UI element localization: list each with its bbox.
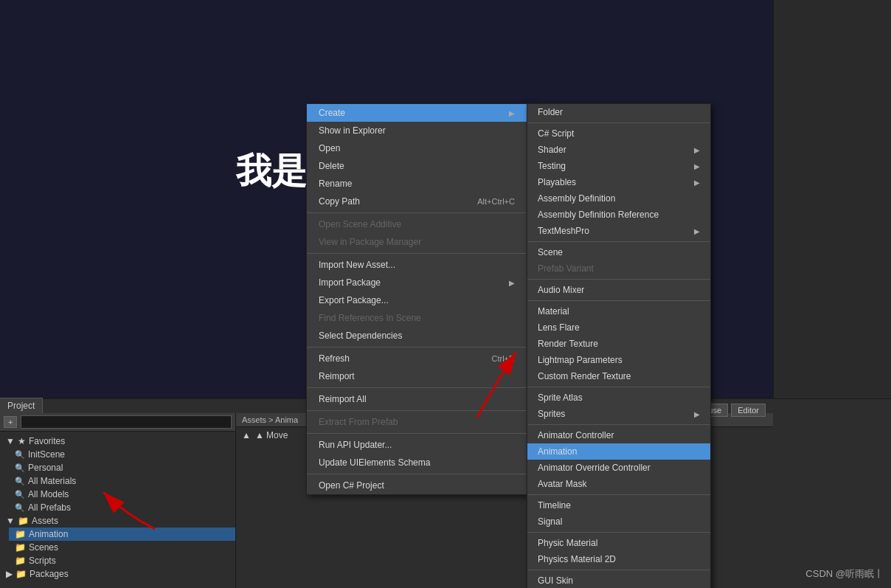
submenu-item-render-texture[interactable]: Render Texture <box>527 336 710 352</box>
submenu-item-assembly-definition[interactable]: Assembly Definition <box>527 190 710 207</box>
sidebar-item-label: Scripts <box>29 556 56 566</box>
submenu-item-custom-render-texture[interactable]: Custom Render Texture <box>527 368 710 384</box>
project-tab[interactable]: Project <box>0 398 43 413</box>
search-icon: 🔍 <box>15 463 25 473</box>
sub-separator-5 <box>527 387 710 387</box>
submenu-item-sprites[interactable]: Sprites ▶ <box>527 406 710 422</box>
search-input[interactable] <box>21 415 232 429</box>
folder-icon: 📁 <box>15 556 26 566</box>
folder-icon: 📁 <box>18 516 29 526</box>
menu-item-extract-from-prefab: Extract From Prefab <box>307 413 527 431</box>
search-icon: 🔍 <box>15 450 25 460</box>
sidebar-item-scripts[interactable]: 📁 Scripts <box>9 554 235 567</box>
submenu-item-audio-mixer[interactable]: Audio Mixer <box>527 282 710 298</box>
submenu-item-textmeshpro[interactable]: TextMeshPro ▶ <box>527 223 710 239</box>
menu-item-create[interactable]: Create ▶ <box>307 104 527 122</box>
separator-2 <box>307 253 527 254</box>
submenu-arrow-icon: ▶ <box>694 162 700 170</box>
favorites-section: 🔍 InitScene 🔍 Personal 🔍 All Materials 🔍… <box>0 448 235 514</box>
menu-item-label: Avatar Mask <box>538 479 586 489</box>
submenu-item-animator-controller[interactable]: Animator Controller <box>527 427 710 443</box>
context-menu: Create ▶ Show in Explorer Open Delete Re… <box>306 103 527 495</box>
submenu-item-shader[interactable]: Shader ▶ <box>527 142 710 158</box>
menu-item-label: Render Texture <box>538 339 598 349</box>
packages-arrow: ▶ <box>6 569 13 579</box>
menu-item-update-uielements[interactable]: Update UIElements Schema <box>307 454 527 471</box>
submenu-item-timeline[interactable]: Timeline <box>527 497 710 513</box>
menu-item-select-dependencies[interactable]: Select Dependencies <box>307 327 527 345</box>
submenu-item-assembly-definition-ref[interactable]: Assembly Definition Reference <box>527 207 710 223</box>
submenu-item-avatar-mask[interactable]: Avatar Mask <box>527 476 710 492</box>
submenu-item-signal[interactable]: Signal <box>527 513 710 530</box>
create-submenu: Folder C# Script Shader ▶ Testing ▶ Play… <box>527 103 711 588</box>
menu-item-show-in-explorer[interactable]: Show in Explorer <box>307 122 527 139</box>
sidebar-item-label: All Prefabs <box>28 502 71 513</box>
sidebar-item-animation[interactable]: 📁 Animation <box>9 528 235 541</box>
menu-item-open[interactable]: Open <box>307 139 527 157</box>
menu-item-label: Select Dependencies <box>319 331 402 341</box>
sidebar-item-label: Scenes <box>29 542 58 553</box>
assets-header: ▼ 📁 Assets <box>0 514 235 528</box>
submenu-item-physics-material-2d[interactable]: Physics Material 2D <box>527 551 710 567</box>
submenu-item-animation[interactable]: Animation <box>527 443 710 460</box>
menu-item-run-api-updater[interactable]: Run API Updater... <box>307 436 527 454</box>
folder-icon: 📁 <box>15 529 26 539</box>
submenu-item-sprite-atlas[interactable]: Sprite Atlas <box>527 390 710 406</box>
submenu-item-material[interactable]: Material <box>527 303 710 319</box>
menu-item-label: Show in Explorer <box>319 125 386 136</box>
submenu-item-testing[interactable]: Testing ▶ <box>527 158 710 174</box>
favorites-label: Favorites <box>29 436 65 446</box>
menu-item-import-package[interactable]: Import Package ▶ <box>307 274 527 291</box>
menu-item-label: Material <box>538 306 569 317</box>
submenu-arrow-icon: ▶ <box>694 146 700 154</box>
menu-item-copy-path[interactable]: Copy Path Alt+Ctrl+C <box>307 193 527 210</box>
sidebar-item-all-models[interactable]: 🔍 All Models <box>9 488 235 501</box>
menu-item-label: Import Package <box>319 277 381 288</box>
menu-item-refresh[interactable]: Refresh Ctrl+R <box>307 350 527 367</box>
sidebar-item-personal[interactable]: 🔍 Personal <box>9 461 235 474</box>
sidebar-item-label: All Models <box>28 489 69 499</box>
menu-item-label: Open <box>319 143 340 153</box>
menu-item-reimport-all[interactable]: Reimport All <box>307 390 527 408</box>
submenu-item-lightmap-params[interactable]: Lightmap Parameters <box>527 352 710 368</box>
menu-item-label: Animator Override Controller <box>538 463 651 473</box>
menu-item-export-package[interactable]: Export Package... <box>307 291 527 309</box>
submenu-item-scene[interactable]: Scene <box>527 244 710 260</box>
add-button[interactable]: + <box>4 416 17 428</box>
menu-item-label: GUI Skin <box>538 575 573 586</box>
menu-item-delete[interactable]: Delete <box>307 157 527 175</box>
menu-item-label: Reimport All <box>319 394 367 404</box>
submenu-arrow-icon: ▶ <box>509 109 515 117</box>
submenu-item-folder[interactable]: Folder <box>527 104 710 120</box>
sub-separator-1 <box>527 122 710 123</box>
menu-item-label: Find References In Scene <box>319 313 421 323</box>
menu-item-label: Assembly Definition <box>538 193 615 204</box>
sidebar-item-initscene[interactable]: 🔍 InitScene <box>9 448 235 461</box>
menu-item-open-csharp[interactable]: Open C# Project <box>307 477 527 494</box>
submenu-item-playables[interactable]: Playables ▶ <box>527 174 710 190</box>
scene-text: 我是 <box>236 148 307 195</box>
favorites-header: ▼ ★ Favorites <box>0 435 235 448</box>
submenu-arrow-icon: ▶ <box>694 227 700 235</box>
menu-item-label: Assembly Definition Reference <box>538 210 659 220</box>
editor-button[interactable]: Editor <box>731 404 766 417</box>
menu-item-label: Refresh <box>319 353 350 364</box>
submenu-item-physic-material[interactable]: Physic Material <box>527 535 710 551</box>
favorites-icon: ★ <box>18 436 26 446</box>
submenu-item-csharp[interactable]: C# Script <box>527 125 710 142</box>
sub-separator-4 <box>527 300 710 301</box>
submenu-item-gui-skin[interactable]: GUI Skin <box>527 573 710 588</box>
submenu-item-lens-flare[interactable]: Lens Flare <box>527 319 710 336</box>
menu-item-import-new-asset[interactable]: Import New Asset... <box>307 256 527 274</box>
menu-item-label: Lightmap Parameters <box>538 355 623 365</box>
menu-item-reimport[interactable]: Reimport <box>307 367 527 385</box>
assets-arrow: ▼ <box>6 516 15 526</box>
menu-item-label: Update UIElements Schema <box>319 457 430 468</box>
menu-item-label: Physics Material 2D <box>538 554 616 564</box>
separator-7 <box>307 474 527 474</box>
sidebar-item-scenes[interactable]: 📁 Scenes <box>9 541 235 554</box>
sidebar-item-all-prefabs[interactable]: 🔍 All Prefabs <box>9 501 235 514</box>
submenu-item-animator-override[interactable]: Animator Override Controller <box>527 460 710 476</box>
sidebar-item-all-materials[interactable]: 🔍 All Materials <box>9 474 235 488</box>
menu-item-rename[interactable]: Rename <box>307 175 527 193</box>
